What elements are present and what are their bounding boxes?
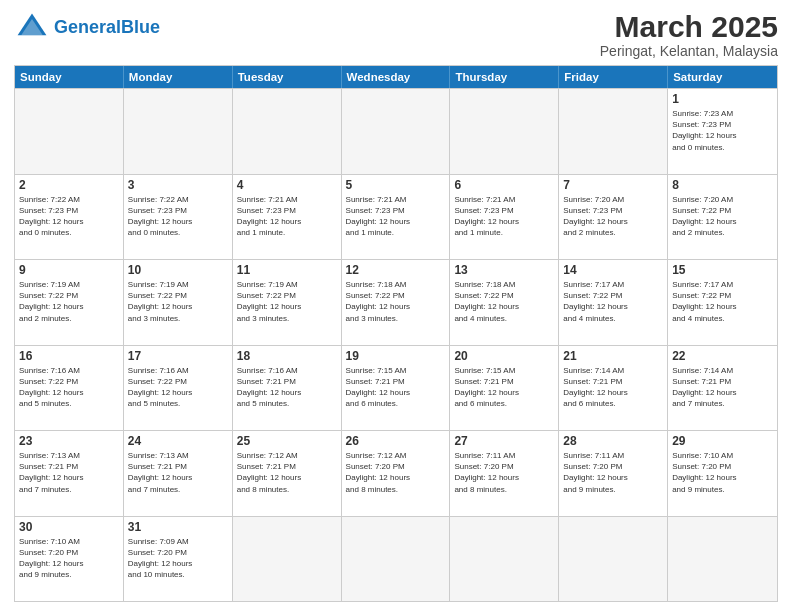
day-number: 9 — [19, 263, 119, 277]
calendar-cell — [450, 89, 559, 174]
day-number: 17 — [128, 349, 228, 363]
sun-info: Sunrise: 7:16 AMSunset: 7:22 PMDaylight:… — [19, 365, 119, 410]
day-number: 18 — [237, 349, 337, 363]
calendar-cell: 12Sunrise: 7:18 AMSunset: 7:22 PMDayligh… — [342, 260, 451, 345]
calendar-cell: 24Sunrise: 7:13 AMSunset: 7:21 PMDayligh… — [124, 431, 233, 516]
sun-info: Sunrise: 7:15 AMSunset: 7:21 PMDaylight:… — [346, 365, 446, 410]
sun-info: Sunrise: 7:11 AMSunset: 7:20 PMDaylight:… — [563, 450, 663, 495]
calendar-cell — [559, 517, 668, 602]
sun-info: Sunrise: 7:16 AMSunset: 7:21 PMDaylight:… — [237, 365, 337, 410]
day-number: 27 — [454, 434, 554, 448]
calendar-header-row: SundayMondayTuesdayWednesdayThursdayFrid… — [15, 66, 777, 88]
calendar-cell: 5Sunrise: 7:21 AMSunset: 7:23 PMDaylight… — [342, 175, 451, 260]
day-number: 23 — [19, 434, 119, 448]
sun-info: Sunrise: 7:19 AMSunset: 7:22 PMDaylight:… — [237, 279, 337, 324]
title-block: March 2025 Peringat, Kelantan, Malaysia — [600, 10, 778, 59]
calendar-cell: 21Sunrise: 7:14 AMSunset: 7:21 PMDayligh… — [559, 346, 668, 431]
sun-info: Sunrise: 7:12 AMSunset: 7:20 PMDaylight:… — [346, 450, 446, 495]
logo-icon — [14, 10, 50, 46]
calendar-cell: 11Sunrise: 7:19 AMSunset: 7:22 PMDayligh… — [233, 260, 342, 345]
calendar-cell: 3Sunrise: 7:22 AMSunset: 7:23 PMDaylight… — [124, 175, 233, 260]
day-number: 11 — [237, 263, 337, 277]
day-number: 31 — [128, 520, 228, 534]
calendar-cell: 26Sunrise: 7:12 AMSunset: 7:20 PMDayligh… — [342, 431, 451, 516]
calendar-cell: 31Sunrise: 7:09 AMSunset: 7:20 PMDayligh… — [124, 517, 233, 602]
day-number: 6 — [454, 178, 554, 192]
sun-info: Sunrise: 7:21 AMSunset: 7:23 PMDaylight:… — [237, 194, 337, 239]
sun-info: Sunrise: 7:14 AMSunset: 7:21 PMDaylight:… — [672, 365, 773, 410]
calendar-cell — [450, 517, 559, 602]
day-number: 7 — [563, 178, 663, 192]
day-number: 19 — [346, 349, 446, 363]
calendar-cell — [559, 89, 668, 174]
sun-info: Sunrise: 7:20 AMSunset: 7:22 PMDaylight:… — [672, 194, 773, 239]
day-number: 30 — [19, 520, 119, 534]
calendar-cell — [15, 89, 124, 174]
calendar-cell: 16Sunrise: 7:16 AMSunset: 7:22 PMDayligh… — [15, 346, 124, 431]
calendar-cell: 1Sunrise: 7:23 AMSunset: 7:23 PMDaylight… — [668, 89, 777, 174]
day-number: 2 — [19, 178, 119, 192]
calendar-cell: 10Sunrise: 7:19 AMSunset: 7:22 PMDayligh… — [124, 260, 233, 345]
sun-info: Sunrise: 7:17 AMSunset: 7:22 PMDaylight:… — [672, 279, 773, 324]
page: GeneralBlue March 2025 Peringat, Kelanta… — [0, 0, 792, 612]
sun-info: Sunrise: 7:12 AMSunset: 7:21 PMDaylight:… — [237, 450, 337, 495]
logo-text: GeneralBlue — [54, 18, 160, 38]
calendar-cell: 17Sunrise: 7:16 AMSunset: 7:22 PMDayligh… — [124, 346, 233, 431]
calendar-cell: 18Sunrise: 7:16 AMSunset: 7:21 PMDayligh… — [233, 346, 342, 431]
day-number: 4 — [237, 178, 337, 192]
day-number: 1 — [672, 92, 773, 106]
sun-info: Sunrise: 7:16 AMSunset: 7:22 PMDaylight:… — [128, 365, 228, 410]
day-number: 22 — [672, 349, 773, 363]
calendar-header-friday: Friday — [559, 66, 668, 88]
logo: GeneralBlue — [14, 10, 160, 46]
day-number: 10 — [128, 263, 228, 277]
day-number: 25 — [237, 434, 337, 448]
sun-info: Sunrise: 7:21 AMSunset: 7:23 PMDaylight:… — [454, 194, 554, 239]
calendar-week-2: 2Sunrise: 7:22 AMSunset: 7:23 PMDaylight… — [15, 174, 777, 260]
sun-info: Sunrise: 7:18 AMSunset: 7:22 PMDaylight:… — [454, 279, 554, 324]
day-number: 28 — [563, 434, 663, 448]
calendar-cell: 28Sunrise: 7:11 AMSunset: 7:20 PMDayligh… — [559, 431, 668, 516]
calendar-cell: 19Sunrise: 7:15 AMSunset: 7:21 PMDayligh… — [342, 346, 451, 431]
sun-info: Sunrise: 7:21 AMSunset: 7:23 PMDaylight:… — [346, 194, 446, 239]
calendar-cell: 13Sunrise: 7:18 AMSunset: 7:22 PMDayligh… — [450, 260, 559, 345]
month-title: March 2025 — [600, 10, 778, 43]
calendar-cell: 15Sunrise: 7:17 AMSunset: 7:22 PMDayligh… — [668, 260, 777, 345]
day-number: 29 — [672, 434, 773, 448]
day-number: 21 — [563, 349, 663, 363]
calendar-cell: 23Sunrise: 7:13 AMSunset: 7:21 PMDayligh… — [15, 431, 124, 516]
calendar-cell: 27Sunrise: 7:11 AMSunset: 7:20 PMDayligh… — [450, 431, 559, 516]
calendar-body: 1Sunrise: 7:23 AMSunset: 7:23 PMDaylight… — [15, 88, 777, 601]
day-number: 15 — [672, 263, 773, 277]
calendar-header-monday: Monday — [124, 66, 233, 88]
header: GeneralBlue March 2025 Peringat, Kelanta… — [14, 10, 778, 59]
day-number: 5 — [346, 178, 446, 192]
sun-info: Sunrise: 7:22 AMSunset: 7:23 PMDaylight:… — [19, 194, 119, 239]
sun-info: Sunrise: 7:14 AMSunset: 7:21 PMDaylight:… — [563, 365, 663, 410]
calendar-week-1: 1Sunrise: 7:23 AMSunset: 7:23 PMDaylight… — [15, 88, 777, 174]
calendar-cell — [124, 89, 233, 174]
calendar-header-wednesday: Wednesday — [342, 66, 451, 88]
calendar-cell: 8Sunrise: 7:20 AMSunset: 7:22 PMDaylight… — [668, 175, 777, 260]
calendar-week-3: 9Sunrise: 7:19 AMSunset: 7:22 PMDaylight… — [15, 259, 777, 345]
calendar-cell — [233, 517, 342, 602]
sun-info: Sunrise: 7:15 AMSunset: 7:21 PMDaylight:… — [454, 365, 554, 410]
sun-info: Sunrise: 7:13 AMSunset: 7:21 PMDaylight:… — [128, 450, 228, 495]
sun-info: Sunrise: 7:10 AMSunset: 7:20 PMDaylight:… — [672, 450, 773, 495]
calendar-cell — [668, 517, 777, 602]
calendar-cell: 2Sunrise: 7:22 AMSunset: 7:23 PMDaylight… — [15, 175, 124, 260]
day-number: 13 — [454, 263, 554, 277]
calendar-cell — [233, 89, 342, 174]
sun-info: Sunrise: 7:22 AMSunset: 7:23 PMDaylight:… — [128, 194, 228, 239]
calendar-cell: 14Sunrise: 7:17 AMSunset: 7:22 PMDayligh… — [559, 260, 668, 345]
calendar-cell: 30Sunrise: 7:10 AMSunset: 7:20 PMDayligh… — [15, 517, 124, 602]
calendar-week-4: 16Sunrise: 7:16 AMSunset: 7:22 PMDayligh… — [15, 345, 777, 431]
calendar-cell: 7Sunrise: 7:20 AMSunset: 7:23 PMDaylight… — [559, 175, 668, 260]
calendar-cell: 20Sunrise: 7:15 AMSunset: 7:21 PMDayligh… — [450, 346, 559, 431]
calendar-header-sunday: Sunday — [15, 66, 124, 88]
calendar-header-thursday: Thursday — [450, 66, 559, 88]
calendar-cell: 6Sunrise: 7:21 AMSunset: 7:23 PMDaylight… — [450, 175, 559, 260]
sun-info: Sunrise: 7:20 AMSunset: 7:23 PMDaylight:… — [563, 194, 663, 239]
calendar-cell: 9Sunrise: 7:19 AMSunset: 7:22 PMDaylight… — [15, 260, 124, 345]
calendar-cell: 25Sunrise: 7:12 AMSunset: 7:21 PMDayligh… — [233, 431, 342, 516]
